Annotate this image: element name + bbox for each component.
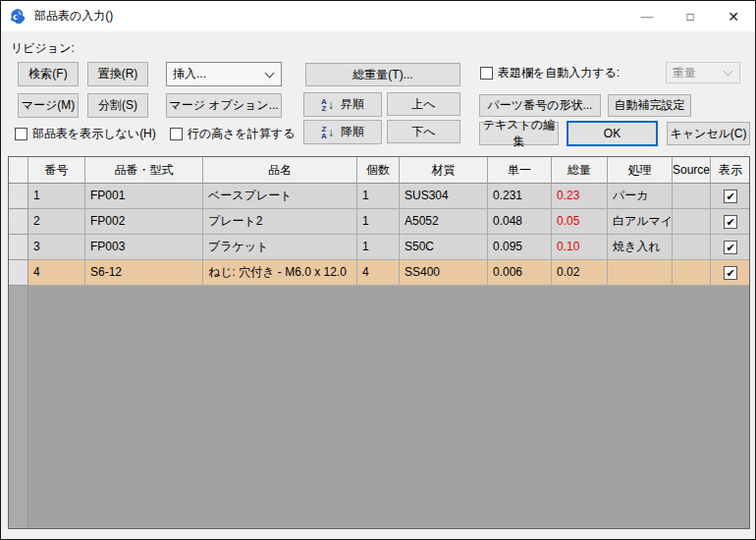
table-cell[interactable]: 1 (357, 235, 400, 260)
row-selector[interactable] (9, 209, 28, 235)
sort-ascending-label: 昇順 (341, 96, 364, 113)
column-header: 個数 (357, 157, 400, 184)
close-button[interactable]: ✕ (712, 1, 755, 31)
table-cell[interactable]: S50C (400, 235, 488, 260)
search-button[interactable]: 検索(F) (18, 62, 79, 86)
table-cell[interactable]: 4 (28, 260, 85, 286)
visible-checkbox[interactable]: ✔ (724, 266, 737, 280)
auto-fill-field-value: 重量 (673, 65, 696, 81)
table-cell[interactable] (673, 235, 711, 260)
insert-dropdown-value: 挿入... (173, 66, 206, 82)
row-selector-gutter (9, 286, 28, 529)
table-row: 4S6-12ねじ: 穴付き - M6.0 x 12.04SS4000.0060.… (9, 260, 749, 286)
merge-button[interactable]: マージ(M) (18, 93, 79, 118)
move-up-button[interactable]: 上へ (387, 92, 460, 116)
hide-bom-label: 部品表を表示しない(H) (32, 126, 156, 142)
table-cell[interactable]: 0.23 (552, 184, 608, 209)
column-header: 番号 (28, 157, 85, 184)
app-icon (9, 8, 27, 26)
replace-button[interactable]: 置換(R) (87, 62, 148, 86)
table-cell[interactable]: FP001 (85, 184, 203, 209)
chevron-down-icon (725, 67, 732, 75)
table-cell[interactable]: 白アルマイト (608, 209, 673, 235)
minimize-button[interactable]: — (625, 1, 669, 31)
table-cell[interactable] (608, 260, 673, 286)
cancel-button[interactable]: キャンセル(C) (667, 122, 750, 145)
row-selector[interactable] (9, 260, 28, 286)
table-cell[interactable]: ねじ: 穴付き - M6.0 x 12.0 (203, 260, 357, 286)
ok-button[interactable]: OK (567, 121, 658, 146)
column-header: 単一 (488, 157, 552, 184)
table-cell[interactable]: 0.095 (488, 235, 552, 260)
table-cell[interactable]: ブラケット (203, 235, 357, 260)
calc-row-height-label: 行の高さを計算する (188, 126, 295, 142)
table-cell[interactable]: FP002 (85, 209, 203, 235)
table-cell[interactable]: 3 (28, 235, 85, 260)
table-cell[interactable]: SS400 (400, 260, 488, 286)
table-cell[interactable]: 0.05 (552, 209, 608, 235)
sort-descending-button[interactable]: ZA ↓ 降順 (303, 120, 382, 144)
table-cell[interactable]: 0.006 (488, 260, 552, 286)
table-cell[interactable]: ベースプレート (203, 184, 357, 209)
insert-dropdown[interactable]: 挿入... (166, 62, 282, 86)
auto-fill-field-dropdown: 重量 (666, 62, 740, 83)
table-cell[interactable]: 1 (357, 209, 400, 235)
visible-checkbox[interactable]: ✔ (724, 241, 737, 254)
edit-text-button[interactable]: テキストの編集 (479, 122, 559, 145)
revision-label: リビジョン: (11, 40, 75, 57)
table-cell[interactable]: 0.10 (552, 235, 608, 260)
table-cell[interactable] (673, 209, 711, 235)
visible-cell: ✔ (711, 235, 750, 260)
auto-fill-title-checkbox[interactable]: 表題欄を自動入力する: (480, 65, 620, 81)
total-weight-button[interactable]: 総重量(T)... (305, 63, 460, 86)
chevron-down-icon (266, 69, 274, 77)
sort-ascending-button[interactable]: AZ ↓ 昇順 (303, 92, 382, 117)
row-selector[interactable] (9, 235, 28, 260)
table-cell[interactable]: 1 (357, 184, 400, 209)
table-cell[interactable]: 0.02 (552, 260, 608, 286)
move-down-button[interactable]: 下へ (387, 120, 460, 143)
auto-fill-title-label: 表題欄を自動入力する: (498, 65, 620, 81)
visible-cell: ✔ (711, 209, 750, 235)
checkbox-box[interactable] (170, 128, 183, 140)
table-cell[interactable]: 1 (28, 184, 85, 209)
merge-options-button[interactable]: マージ オプション... (166, 93, 282, 118)
checkbox-box[interactable] (15, 128, 27, 140)
column-header: 材質 (400, 157, 488, 184)
bom-dialog: 部品表の入力() — □ ✕ リビジョン: 検索(F) 置換(R) 挿入... … (0, 0, 756, 540)
sort-ascending-icon: AZ ↓ (321, 98, 334, 112)
table-cell[interactable]: S6-12 (85, 260, 203, 286)
window-title: 部品表の入力() (34, 8, 113, 25)
table-cell[interactable]: FP003 (85, 235, 203, 260)
table-header-row: 番号品番・型式品名個数材質単一総量処理Source表示 (9, 157, 749, 184)
table-cell[interactable] (673, 260, 711, 286)
visible-checkbox[interactable]: ✔ (724, 215, 737, 229)
visible-cell: ✔ (711, 184, 750, 209)
split-button[interactable]: 分割(S) (87, 93, 148, 118)
table-cell[interactable]: 2 (28, 209, 85, 235)
column-header: 総量 (552, 157, 608, 184)
table-cell[interactable]: 焼き入れ (608, 235, 673, 260)
row-selector[interactable] (9, 184, 28, 209)
visible-cell: ✔ (711, 260, 750, 286)
table-cell[interactable]: SUS304 (400, 184, 488, 209)
table-cell[interactable]: 0.048 (488, 209, 552, 235)
table-row: 2FP002プレート21A50520.0480.05白アルマイト✔ (9, 209, 749, 235)
table-cell[interactable]: A5052 (400, 209, 488, 235)
column-header (9, 157, 28, 184)
titlebar: 部品表の入力() — □ ✕ (1, 1, 755, 31)
checkbox-box[interactable] (480, 67, 493, 80)
table-cell[interactable]: プレート2 (203, 209, 357, 235)
column-header: Source (673, 157, 711, 184)
hide-bom-checkbox[interactable]: 部品表を表示しない(H) (15, 126, 156, 142)
table-cell[interactable]: 0.231 (488, 184, 552, 209)
column-header: 処理 (608, 157, 673, 184)
part-number-shape-button[interactable]: パーツ番号の形状... (479, 94, 601, 117)
table-cell[interactable] (673, 184, 711, 209)
calc-row-height-checkbox[interactable]: 行の高さを計算する (170, 126, 295, 142)
table-cell[interactable]: 4 (357, 260, 400, 286)
visible-checkbox[interactable]: ✔ (724, 189, 737, 203)
maximize-button[interactable]: □ (669, 1, 712, 31)
table-cell[interactable]: パーカ (608, 184, 673, 209)
autocomplete-settings-button[interactable]: 自動補完設定 (608, 94, 691, 117)
